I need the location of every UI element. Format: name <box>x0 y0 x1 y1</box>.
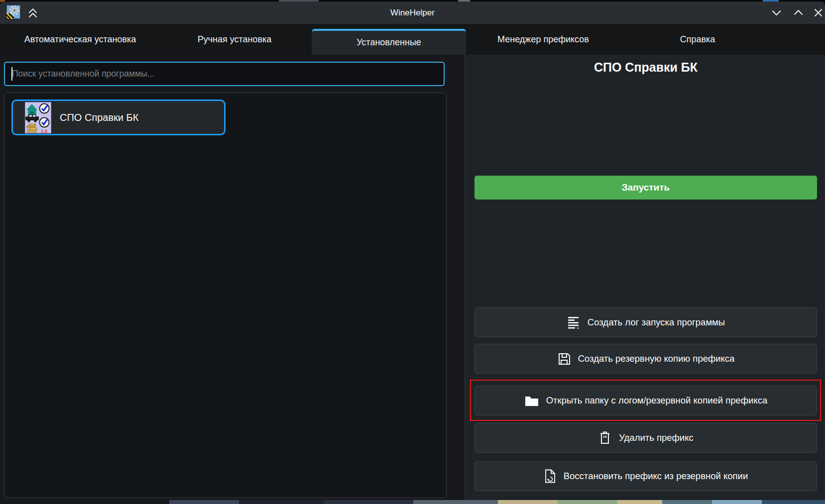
log-lines-icon <box>567 315 581 330</box>
search-input[interactable] <box>4 62 445 86</box>
delete-prefix-label: Удалить префикс <box>619 432 693 443</box>
program-icon: 2.5 <box>25 102 51 133</box>
window-title: WineHelper <box>0 1 825 24</box>
desktop-fragment <box>0 500 169 504</box>
backup-prefix-label: Создать резервную копию префикса <box>578 353 735 364</box>
create-log-label: Создать лог запуска программы <box>588 317 725 328</box>
desktop-fragment <box>239 500 324 504</box>
desktop-fragment <box>712 500 762 504</box>
trash-icon <box>598 430 612 445</box>
text-caret <box>11 67 12 81</box>
tab-installed[interactable]: Установленные <box>312 29 466 55</box>
desktop-fragment <box>762 500 825 504</box>
tab-help[interactable]: Справка <box>620 24 775 55</box>
delete-prefix-button[interactable]: Удалить префикс <box>474 423 817 453</box>
desktop-fragment <box>413 500 498 504</box>
desktop-fragment <box>498 500 558 504</box>
create-log-button[interactable]: Создать лог запуска программы <box>474 307 817 337</box>
tab-prefix-manager[interactable]: Менеджер префиксов <box>466 24 620 55</box>
desktop-fragment <box>558 500 617 504</box>
restore-document-icon <box>544 469 557 484</box>
installed-tab-content: 2.5 СПО Справки БК СПО Справки БК Запуст… <box>0 55 825 500</box>
tab-bar: Автоматическая установка Ручная установк… <box>0 24 825 55</box>
restore-prefix-button[interactable]: Восстановить префикс из резервной копии <box>474 461 817 491</box>
restore-prefix-label: Восстановить префикс из резервной копии <box>564 471 748 482</box>
list-item-program[interactable]: 2.5 СПО Справки БК <box>11 100 226 135</box>
open-folder-label: Открыть папку с логом/резервной копией п… <box>546 395 768 406</box>
open-folder-button[interactable]: Открыть папку с логом/резервной копией п… <box>474 386 817 415</box>
tab-auto-install[interactable]: Автоматическая установка <box>3 24 157 55</box>
floppy-save-icon <box>557 352 571 366</box>
program-icon-version: 2.5 <box>41 128 48 133</box>
selected-program-title: СПО Справки БК <box>474 60 817 80</box>
backup-prefix-button[interactable]: Создать резервную копию префикса <box>474 344 817 374</box>
installed-programs-list: 2.5 СПО Справки БК <box>4 93 447 498</box>
close-icon[interactable] <box>812 6 825 19</box>
desktop-fragment <box>324 500 413 504</box>
program-details-panel: СПО Справки БК Запустить Создать лог зап… <box>465 55 825 500</box>
desktop-fragment <box>169 500 239 504</box>
desktop-fragment <box>617 500 662 504</box>
maximize-icon[interactable] <box>792 6 805 19</box>
folder-icon <box>524 394 539 407</box>
run-button[interactable]: Запустить <box>474 176 817 200</box>
desktop-background-bottom <box>0 500 825 504</box>
winehelper-window: WineHelper Автоматическая установка Ручн… <box>0 1 825 500</box>
tab-manual-install[interactable]: Ручная установка <box>157 24 312 55</box>
program-name: СПО Справки БК <box>60 112 138 123</box>
desktop-fragment <box>662 500 712 504</box>
titlebar[interactable]: WineHelper <box>0 1 825 24</box>
minimize-icon[interactable] <box>770 6 783 19</box>
